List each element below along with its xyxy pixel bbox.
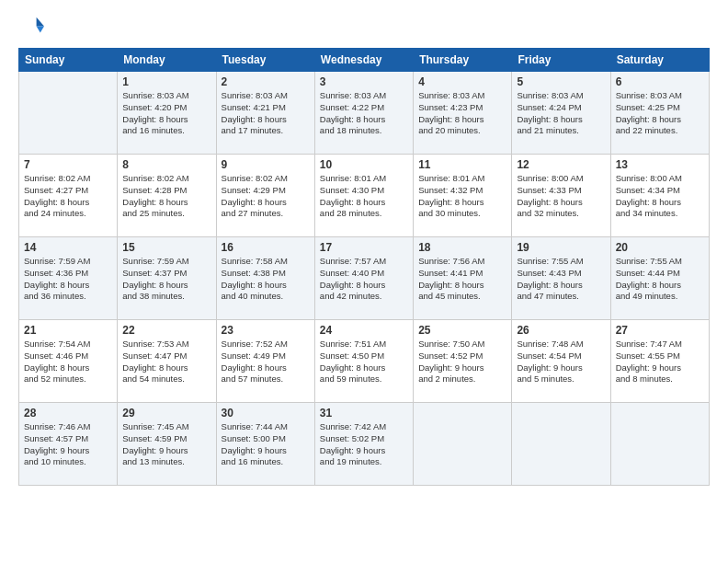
- day-number: 16: [222, 241, 310, 254]
- calendar-cell: 29Sunrise: 7:45 AM Sunset: 4:59 PM Dayli…: [118, 403, 216, 486]
- calendar-cell: 12Sunrise: 8:00 AM Sunset: 4:33 PM Dayli…: [512, 155, 610, 237]
- day-info: Sunrise: 8:01 AM Sunset: 4:32 PM Dayligh…: [418, 173, 506, 220]
- weekday-header-thursday: Thursday: [414, 49, 512, 72]
- calendar-cell: 7Sunrise: 8:02 AM Sunset: 4:27 PM Daylig…: [19, 155, 118, 237]
- day-info: Sunrise: 7:55 AM Sunset: 4:43 PM Dayligh…: [517, 256, 605, 303]
- day-info: Sunrise: 7:44 AM Sunset: 5:00 PM Dayligh…: [222, 421, 310, 468]
- calendar-cell: 23Sunrise: 7:52 AM Sunset: 4:49 PM Dayli…: [216, 320, 314, 403]
- calendar-cell: 11Sunrise: 8:01 AM Sunset: 4:32 PM Dayli…: [414, 155, 512, 237]
- calendar-cell: 3Sunrise: 8:03 AM Sunset: 4:22 PM Daylig…: [314, 72, 413, 155]
- day-number: 20: [616, 241, 704, 254]
- calendar-cell: 8Sunrise: 8:02 AM Sunset: 4:28 PM Daylig…: [118, 155, 216, 237]
- calendar-cell: 31Sunrise: 7:42 AM Sunset: 5:02 PM Dayli…: [314, 403, 413, 486]
- calendar-cell: 5Sunrise: 8:03 AM Sunset: 4:24 PM Daylig…: [512, 72, 610, 155]
- weekday-header-sunday: Sunday: [19, 49, 118, 72]
- day-number: 27: [616, 324, 704, 337]
- calendar-cell: [414, 403, 512, 486]
- calendar-cell: 24Sunrise: 7:51 AM Sunset: 4:50 PM Dayli…: [314, 320, 413, 403]
- day-info: Sunrise: 8:03 AM Sunset: 4:23 PM Dayligh…: [418, 90, 506, 137]
- day-info: Sunrise: 8:00 AM Sunset: 4:34 PM Dayligh…: [616, 173, 704, 220]
- calendar-cell: 25Sunrise: 7:50 AM Sunset: 4:52 PM Dayli…: [414, 320, 512, 403]
- page: SundayMondayTuesdayWednesdayThursdayFrid…: [0, 0, 728, 563]
- day-number: 30: [222, 407, 310, 419]
- day-info: Sunrise: 7:50 AM Sunset: 4:52 PM Dayligh…: [418, 339, 506, 385]
- day-info: Sunrise: 7:58 AM Sunset: 4:38 PM Dayligh…: [222, 256, 310, 303]
- day-number: 17: [320, 241, 408, 254]
- day-info: Sunrise: 8:03 AM Sunset: 4:25 PM Dayligh…: [616, 90, 704, 137]
- day-number: 23: [222, 324, 310, 337]
- calendar-cell: 16Sunrise: 7:58 AM Sunset: 4:38 PM Dayli…: [216, 237, 314, 320]
- calendar-cell: 19Sunrise: 7:55 AM Sunset: 4:43 PM Dayli…: [512, 237, 610, 320]
- day-info: Sunrise: 7:56 AM Sunset: 4:41 PM Dayligh…: [418, 256, 506, 303]
- day-info: Sunrise: 8:03 AM Sunset: 4:21 PM Dayligh…: [222, 90, 310, 137]
- day-number: 8: [122, 158, 210, 171]
- calendar-week-row: 28Sunrise: 7:46 AM Sunset: 4:57 PM Dayli…: [19, 403, 710, 486]
- day-info: Sunrise: 7:47 AM Sunset: 4:55 PM Dayligh…: [616, 339, 704, 385]
- weekday-header-wednesday: Wednesday: [314, 49, 413, 72]
- day-info: Sunrise: 7:51 AM Sunset: 4:50 PM Dayligh…: [320, 339, 408, 385]
- day-number: 5: [517, 75, 605, 88]
- calendar-cell: 4Sunrise: 8:03 AM Sunset: 4:23 PM Daylig…: [414, 72, 512, 155]
- day-number: 9: [222, 158, 310, 171]
- day-number: 29: [122, 407, 210, 419]
- day-number: 10: [320, 158, 408, 171]
- day-info: Sunrise: 7:42 AM Sunset: 5:02 PM Dayligh…: [320, 421, 408, 468]
- day-info: Sunrise: 7:52 AM Sunset: 4:49 PM Dayligh…: [222, 339, 310, 385]
- day-number: 15: [122, 241, 210, 254]
- day-info: Sunrise: 8:00 AM Sunset: 4:33 PM Dayligh…: [517, 173, 605, 220]
- calendar-cell: [610, 403, 709, 486]
- logo: [18, 15, 48, 40]
- calendar-cell: [512, 403, 610, 486]
- calendar-cell: 22Sunrise: 7:53 AM Sunset: 4:47 PM Dayli…: [118, 320, 216, 403]
- day-number: 4: [418, 75, 506, 88]
- calendar-cell: 17Sunrise: 7:57 AM Sunset: 4:40 PM Dayli…: [314, 237, 413, 320]
- day-number: 21: [24, 324, 112, 337]
- calendar-cell: 21Sunrise: 7:54 AM Sunset: 4:46 PM Dayli…: [19, 320, 118, 403]
- day-info: Sunrise: 8:02 AM Sunset: 4:28 PM Dayligh…: [122, 173, 210, 220]
- day-info: Sunrise: 7:46 AM Sunset: 4:57 PM Dayligh…: [24, 421, 112, 468]
- day-number: 18: [418, 241, 506, 254]
- day-number: 14: [24, 241, 112, 254]
- calendar-table: SundayMondayTuesdayWednesdayThursdayFrid…: [18, 48, 710, 486]
- day-number: 28: [24, 407, 112, 419]
- day-number: 12: [517, 158, 605, 171]
- day-info: Sunrise: 8:03 AM Sunset: 4:22 PM Dayligh…: [320, 90, 408, 137]
- calendar-cell: 30Sunrise: 7:44 AM Sunset: 5:00 PM Dayli…: [216, 403, 314, 486]
- day-number: 26: [517, 324, 605, 337]
- calendar-cell: 28Sunrise: 7:46 AM Sunset: 4:57 PM Dayli…: [19, 403, 118, 486]
- day-info: Sunrise: 7:45 AM Sunset: 4:59 PM Dayligh…: [122, 421, 210, 468]
- calendar-cell: 20Sunrise: 7:55 AM Sunset: 4:44 PM Dayli…: [610, 237, 709, 320]
- day-info: Sunrise: 7:55 AM Sunset: 4:44 PM Dayligh…: [616, 256, 704, 303]
- day-info: Sunrise: 7:57 AM Sunset: 4:40 PM Dayligh…: [320, 256, 408, 303]
- calendar-cell: 6Sunrise: 8:03 AM Sunset: 4:25 PM Daylig…: [610, 72, 709, 155]
- day-number: 3: [320, 75, 408, 88]
- day-number: 19: [517, 241, 605, 254]
- calendar-cell: 18Sunrise: 7:56 AM Sunset: 4:41 PM Dayli…: [414, 237, 512, 320]
- logo-icon: [18, 15, 44, 40]
- day-number: 22: [122, 324, 210, 337]
- calendar-cell: 2Sunrise: 8:03 AM Sunset: 4:21 PM Daylig…: [216, 72, 314, 155]
- svg-marker-0: [37, 17, 44, 27]
- calendar-cell: 1Sunrise: 8:03 AM Sunset: 4:20 PM Daylig…: [118, 72, 216, 155]
- calendar-cell: [19, 72, 118, 155]
- day-info: Sunrise: 8:03 AM Sunset: 4:20 PM Dayligh…: [122, 90, 210, 137]
- day-info: Sunrise: 8:01 AM Sunset: 4:30 PM Dayligh…: [320, 173, 408, 220]
- calendar-cell: 10Sunrise: 8:01 AM Sunset: 4:30 PM Dayli…: [314, 155, 413, 237]
- weekday-header-monday: Monday: [118, 49, 216, 72]
- calendar-cell: 15Sunrise: 7:59 AM Sunset: 4:37 PM Dayli…: [118, 237, 216, 320]
- day-number: 31: [320, 407, 408, 419]
- day-info: Sunrise: 7:48 AM Sunset: 4:54 PM Dayligh…: [517, 339, 605, 385]
- weekday-header-saturday: Saturday: [610, 49, 709, 72]
- day-info: Sunrise: 7:59 AM Sunset: 4:37 PM Dayligh…: [122, 256, 210, 303]
- day-info: Sunrise: 7:54 AM Sunset: 4:46 PM Dayligh…: [24, 339, 112, 385]
- day-number: 13: [616, 158, 704, 171]
- calendar-cell: 9Sunrise: 8:02 AM Sunset: 4:29 PM Daylig…: [216, 155, 314, 237]
- svg-marker-1: [37, 27, 44, 33]
- weekday-header-row: SundayMondayTuesdayWednesdayThursdayFrid…: [19, 49, 710, 72]
- day-info: Sunrise: 8:02 AM Sunset: 4:29 PM Dayligh…: [222, 173, 310, 220]
- calendar-week-row: 21Sunrise: 7:54 AM Sunset: 4:46 PM Dayli…: [19, 320, 710, 403]
- calendar-cell: 13Sunrise: 8:00 AM Sunset: 4:34 PM Dayli…: [610, 155, 709, 237]
- calendar-cell: 14Sunrise: 7:59 AM Sunset: 4:36 PM Dayli…: [19, 237, 118, 320]
- calendar-cell: 27Sunrise: 7:47 AM Sunset: 4:55 PM Dayli…: [610, 320, 709, 403]
- calendar-cell: 26Sunrise: 7:48 AM Sunset: 4:54 PM Dayli…: [512, 320, 610, 403]
